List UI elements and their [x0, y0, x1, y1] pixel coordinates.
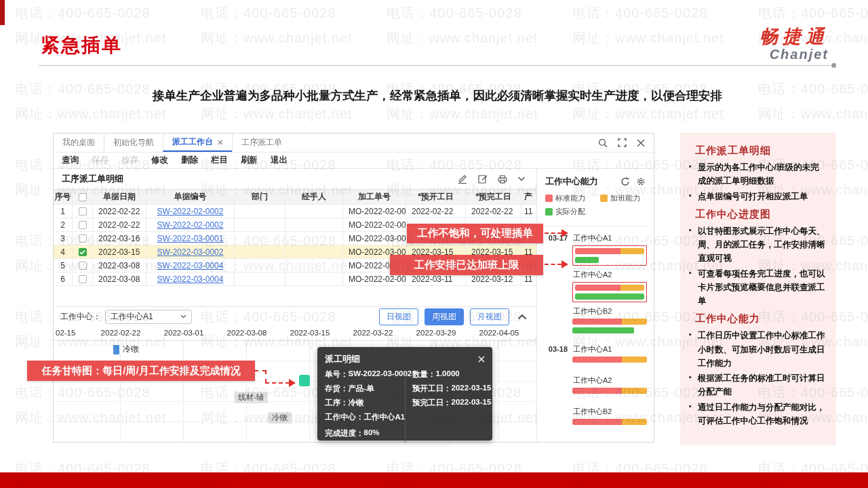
workcenter-name: 工作中心A2	[573, 375, 647, 386]
edit-icon[interactable]	[478, 174, 488, 184]
progress-value: 80%	[364, 428, 380, 439]
watermark-text: 电话：400-665-0028	[387, 4, 522, 22]
tab-label: 我的桌面	[62, 137, 95, 148]
workcenter-name: 工作中心A2	[573, 270, 647, 280]
col-no: 序号	[54, 190, 73, 204]
tab-my-desktop[interactable]: 我的桌面	[54, 134, 104, 152]
legend-swatch-standard	[545, 195, 553, 202]
cell-agent	[285, 232, 343, 245]
tab-close-icon[interactable]	[218, 140, 223, 145]
day-view-button[interactable]: 日视图	[379, 308, 418, 325]
toolbar-save[interactable]: 保存	[92, 155, 108, 166]
progress-label: 完成进度：	[325, 428, 364, 439]
toolbar-delete[interactable]: 删除	[181, 155, 198, 166]
field-value: 工作中心A1	[364, 412, 406, 422]
cell-no: 3	[54, 232, 73, 245]
print-icon[interactable]	[498, 175, 507, 184]
doc-link[interactable]: SW-2022-03-0002	[157, 247, 224, 257]
view-switcher: 日视图 周视图 月视图	[379, 308, 509, 325]
cell-start: 2022-02-22	[406, 205, 466, 218]
doc-link[interactable]: SW-2022-03-0004	[157, 261, 224, 270]
cell-no: 5	[54, 259, 73, 272]
cell-end: 2022-02-22	[466, 205, 521, 218]
page-title: 紧急插单	[41, 33, 122, 58]
tab-label: 派工工作台	[172, 136, 213, 148]
popup-close-icon[interactable]	[478, 356, 485, 363]
view-detail-link[interactable]: 查看详细	[452, 443, 484, 453]
cell-dept	[235, 205, 285, 218]
table-row[interactable]: 1 2022-02-22 SW-2022-02-0002 MO-2022-02-…	[54, 205, 536, 218]
divider-dot	[831, 63, 836, 68]
row-checkbox[interactable]	[73, 205, 93, 218]
gear-icon[interactable]	[636, 177, 646, 186]
gantt-task-chip[interactable]: 冷镦	[268, 412, 292, 424]
collapse-icon[interactable]	[517, 314, 527, 320]
notes-heading: 工作中心进度图	[695, 208, 827, 221]
cell-agent	[285, 205, 343, 218]
refresh-icon[interactable]	[620, 177, 630, 186]
gantt-timeline: 02-15 2022-02-22 2022-03-01 2022-03-08 2…	[54, 326, 536, 340]
toolbar-columns[interactable]: 栏目	[211, 155, 228, 166]
capacity-bars	[572, 388, 647, 394]
row-checkbox[interactable]	[73, 232, 93, 245]
header-checkbox[interactable]	[73, 190, 93, 204]
workcenter-name: 工作中心B2	[573, 306, 647, 317]
watermark-text: 网址：www.chanjet.net	[387, 105, 538, 123]
close-icon[interactable]	[637, 139, 645, 147]
toolbar-discard[interactable]: 放弃	[121, 155, 138, 166]
cell-dept	[235, 245, 285, 258]
tab-init-nav[interactable]: 初始化导航	[104, 134, 163, 152]
doc-link[interactable]: SW-2022-03-0004	[157, 274, 224, 284]
timeline-tick: 2022-04-05	[479, 329, 519, 337]
notes-bullet: 通过日工作能力与分配产能对比，可评估工作中心工作饱和情况	[688, 401, 827, 428]
row-checkbox[interactable]	[73, 272, 93, 285]
toolbar-modify[interactable]: 修改	[151, 155, 168, 166]
cell-date: 2022-03-16	[93, 232, 146, 245]
notes-heading: 工作中心能力	[695, 312, 827, 325]
gantt-task-chip[interactable]: 线材-辅	[234, 392, 268, 403]
chevron-down-icon[interactable]	[517, 176, 526, 182]
toolbar-query[interactable]: 查询	[62, 155, 79, 166]
arrow-head-icon	[561, 260, 572, 268]
gantt-task-bar[interactable]: 冷镦	[113, 344, 139, 355]
timeline-tick: 2022-03-08	[227, 329, 267, 337]
legend-label: 实际分配	[555, 207, 585, 217]
col-date: 单据日期	[93, 190, 146, 204]
workcenter-select[interactable]: 工作中心A1	[105, 310, 192, 324]
field-value: SW-2022-03-0002	[349, 369, 412, 380]
field-label: 数量：	[412, 369, 436, 380]
doc-link[interactable]: SW-2022-02-0002	[157, 220, 224, 230]
tab-process-dispatch[interactable]: 工序派工单	[232, 134, 291, 152]
week-view-button[interactable]: 周视图	[425, 308, 464, 325]
bottom-accent-bar	[0, 472, 868, 488]
notes-heading: 工作派工单明细	[695, 144, 827, 157]
toolbar-refresh[interactable]: 刷新	[241, 155, 258, 166]
row-checkbox-checked[interactable]	[73, 245, 93, 258]
gantt-task-green[interactable]	[299, 375, 310, 386]
maximize-icon[interactable]	[618, 138, 627, 147]
row-checkbox[interactable]	[73, 218, 93, 231]
month-view-button[interactable]: 月视图	[470, 308, 509, 325]
capacity-date: 03-18	[544, 344, 572, 438]
field-label: 存货：	[325, 384, 349, 394]
logo-en-text: Chanjet	[760, 47, 829, 62]
tab-dispatch-workbench[interactable]: 派工工作台	[163, 134, 232, 152]
slide: 紧急插单 畅捷通 Chanjet 接单生产企业普遍为多品种小批量方式生产，经常紧…	[0, 0, 868, 488]
watermark-text: 网址：www.chanjet.net	[201, 29, 353, 47]
notes-panel: 工作派工单明细 显示的为各工作中心/班级的未完成的派工单明细数据 点单据编号可打…	[680, 133, 836, 445]
col-doc: 单据编号	[146, 190, 235, 204]
task-label: 冷镦	[123, 344, 139, 355]
timeline-tick: 2022-03-22	[353, 329, 393, 337]
tab-label: 初始化导航	[113, 137, 154, 148]
doc-link[interactable]: SW-2022-03-0001	[157, 234, 224, 243]
cell-agent	[285, 272, 343, 285]
search-icon[interactable]	[598, 138, 608, 148]
capacity-bars	[572, 419, 647, 425]
watermark-text: 网址：www.chanjet.net	[572, 29, 724, 47]
doc-link[interactable]: SW-2022-02-0002	[157, 207, 224, 216]
field-value: 2022-03-15	[452, 398, 492, 408]
row-checkbox[interactable]	[73, 259, 93, 272]
annotate-icon[interactable]	[458, 175, 468, 184]
capacity-group: 03-18 工作中心A1 工作中心A2 工作中心B2	[544, 344, 647, 438]
toolbar-exit[interactable]: 退出	[271, 155, 288, 166]
